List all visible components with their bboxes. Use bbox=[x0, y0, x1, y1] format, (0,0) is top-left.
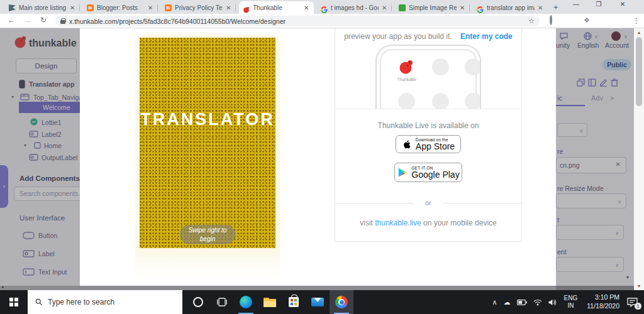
resize-mode-dropdown[interactable]: ∨ bbox=[556, 193, 626, 208]
thunkable-logo-icon bbox=[14, 35, 27, 48]
google-play-badge[interactable]: GET IT ON Google Play bbox=[394, 163, 462, 182]
battery-icon[interactable] bbox=[517, 300, 527, 305]
component-button[interactable]: Button bbox=[0, 230, 80, 241]
chevron-down-icon[interactable]: ▾ bbox=[24, 143, 26, 148]
file-explorer-button[interactable] bbox=[258, 290, 282, 314]
close-icon[interactable]: ✕ bbox=[304, 4, 310, 11]
vertical-scrollbar[interactable]: ▲ ▼ bbox=[634, 28, 644, 290]
tab-blogger-posts[interactable]: B Blogger: Posts ✕ bbox=[83, 2, 158, 14]
tab-advanced[interactable]: Adv bbox=[591, 94, 603, 102]
close-icon[interactable]: ✕ bbox=[382, 4, 388, 11]
chrome-taskbar-button[interactable] bbox=[330, 290, 353, 314]
scroll-down-icon[interactable]: ▼ bbox=[634, 284, 644, 288]
volume-icon[interactable] bbox=[548, 299, 557, 306]
property-dropdown-1[interactable]: ∨ bbox=[556, 225, 624, 240]
minimize-button[interactable]: — bbox=[567, 1, 585, 8]
scroll-down-hint-icon[interactable]: ▾ bbox=[626, 274, 629, 280]
chevron-down-icon[interactable]: ▾ bbox=[11, 94, 14, 100]
task-view-button[interactable] bbox=[210, 290, 234, 314]
tree-item-lottie1[interactable]: Lottie1 bbox=[0, 117, 80, 128]
close-icon[interactable]: ✕ bbox=[460, 4, 466, 11]
refresh-icon[interactable]: ↻ bbox=[40, 16, 47, 24]
clock-date: 11/18/2020 bbox=[587, 302, 619, 311]
edit-pencil-icon[interactable] bbox=[599, 78, 608, 87]
tree-item-label2[interactable]: Label2 bbox=[0, 129, 80, 140]
edge-taskbar-button[interactable] bbox=[234, 290, 258, 314]
microsoft-store-icon bbox=[289, 297, 299, 307]
swipe-hint-line1: Swipe right to bbox=[180, 226, 235, 235]
cortana-button[interactable] bbox=[186, 290, 210, 314]
property-dropdown-2[interactable]: ∨ bbox=[556, 257, 624, 272]
maximize-button[interactable]: ❐ bbox=[590, 1, 608, 8]
nav-language[interactable]: English bbox=[577, 41, 599, 49]
visibility-badge[interactable]: Public bbox=[602, 59, 631, 70]
flag-icon bbox=[9, 4, 16, 11]
tray-expand-icon[interactable]: ∧ bbox=[492, 298, 497, 306]
bookmark-star-icon[interactable]: ☆ bbox=[528, 17, 535, 25]
enter-my-code-link[interactable]: Enter my code bbox=[460, 32, 513, 41]
tab-thunkable[interactable]: Thunkable ✕ bbox=[239, 1, 314, 14]
picture-file-field[interactable]: cn.png ✕ bbox=[556, 157, 626, 173]
translator-splash-image[interactable]: TRANSLATOR Swipe right to begin bbox=[140, 38, 275, 248]
clear-file-icon[interactable]: ✕ bbox=[616, 161, 621, 168]
sidebar-flyout-toggle[interactable]: › bbox=[0, 165, 8, 208]
close-icon[interactable]: ✕ bbox=[70, 4, 76, 11]
tab-translator-app-images[interactable]: translator app ima ✕ bbox=[473, 2, 548, 14]
thunkable-live-card: preview your app as you build it. Enter … bbox=[335, 28, 522, 242]
taskbar-clock[interactable]: 3:10 PM 11/18/2020 bbox=[587, 293, 619, 310]
horizontal-scrollbar[interactable]: ◂ bbox=[0, 286, 634, 290]
tab-arrow[interactable]: > bbox=[610, 94, 614, 102]
action-center-button[interactable]: 1 bbox=[627, 298, 638, 307]
tree-item-home[interactable]: ▾ Home bbox=[0, 140, 80, 151]
thunkable-live-link[interactable]: thunkable.live bbox=[375, 219, 421, 227]
new-tab-button[interactable]: + bbox=[553, 3, 558, 12]
nav-account[interactable]: Account bbox=[605, 41, 629, 49]
scrollbar-thumb[interactable] bbox=[636, 37, 642, 106]
tree-item-welcome[interactable]: Welcome bbox=[19, 102, 80, 113]
close-icon[interactable]: ✕ bbox=[226, 4, 232, 11]
live-intro-line: preview your app as you build it. Enter … bbox=[335, 32, 521, 41]
browser-menu-icon[interactable]: ⋮ bbox=[633, 16, 640, 25]
address-bar[interactable]: x.thunkable.com/projects/5fad3c8c764b940… bbox=[55, 16, 540, 26]
tab-main-store-listing[interactable]: Main store listing ✕ bbox=[5, 2, 80, 14]
placeholder-app-icon bbox=[465, 93, 481, 109]
mail-button[interactable] bbox=[306, 290, 330, 314]
tab-basic[interactable]: ic bbox=[557, 94, 562, 102]
close-icon[interactable]: ✕ bbox=[148, 4, 154, 11]
extension-circle-icon[interactable] bbox=[550, 16, 552, 24]
language-indicator[interactable]: ENG IN bbox=[564, 295, 578, 310]
close-window-button[interactable]: ✕ bbox=[614, 1, 631, 8]
tab-images-search[interactable]: t images hd - Goo ✕ bbox=[317, 2, 392, 14]
scroll-up-icon[interactable]: ▲ bbox=[634, 30, 644, 35]
tree-item-translator-app[interactable]: Translator app bbox=[0, 78, 80, 90]
extensions-puzzle-icon[interactable]: ❖ bbox=[584, 16, 590, 24]
onedrive-cloud-icon[interactable]: ☁ bbox=[504, 298, 511, 306]
app-store-badge[interactable]: Download on the App Store bbox=[396, 135, 461, 153]
forward-icon[interactable]: → bbox=[24, 16, 31, 24]
component-label[interactable]: Label bbox=[0, 249, 80, 259]
scroll-left-icon[interactable]: ◂ bbox=[1, 284, 4, 290]
back-icon[interactable]: ← bbox=[8, 16, 15, 24]
nav-community[interactable]: unity bbox=[556, 41, 570, 49]
tree-item-outputlabel[interactable]: OutputLabel bbox=[0, 152, 80, 163]
tab-privacy-policy[interactable]: B Privacy Policy Tex ✕ bbox=[161, 2, 236, 14]
duplicate-icon[interactable] bbox=[577, 78, 585, 87]
microsoft-store-button[interactable] bbox=[282, 290, 306, 314]
thunkable-page: thunkable Design Translator app ▾ Top_Ta… bbox=[0, 28, 644, 290]
right-properties-panel: unity ∨ English ∨ Account Public ic Adv … bbox=[556, 28, 634, 290]
google-play-icon bbox=[397, 166, 408, 178]
wifi-icon[interactable] bbox=[533, 299, 542, 306]
taskbar-search-input[interactable]: Type here to search bbox=[28, 290, 182, 314]
start-button[interactable] bbox=[0, 290, 28, 314]
chevron-down-icon: ∨ bbox=[579, 128, 583, 134]
trash-icon[interactable] bbox=[611, 78, 618, 87]
tab-simple-image-resizer[interactable]: Simple Image Res ✕ bbox=[395, 2, 470, 14]
browser-toolbar: ← → ↻ x.thunkable.com/projects/5fad3c8c7… bbox=[0, 14, 644, 28]
dropdown-partial[interactable]: ∨ bbox=[557, 123, 587, 137]
layout-icon[interactable] bbox=[588, 78, 596, 87]
component-text-input[interactable]: Text Input bbox=[0, 267, 80, 277]
search-icon bbox=[35, 298, 43, 306]
close-icon[interactable]: ✕ bbox=[538, 4, 544, 11]
search-components-input[interactable]: Search components... bbox=[14, 187, 80, 201]
tab-design[interactable]: Design bbox=[16, 58, 77, 73]
